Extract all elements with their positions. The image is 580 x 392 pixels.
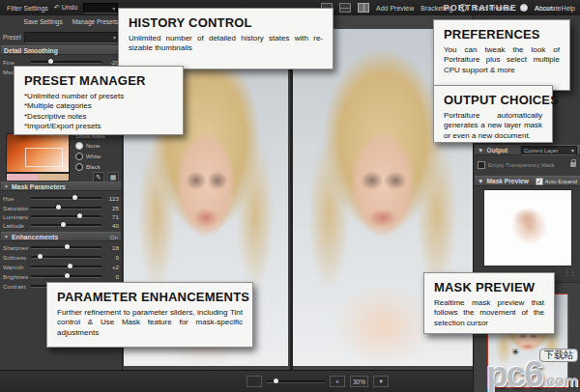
- zoom-level-value[interactable]: 30%: [350, 376, 368, 387]
- lock-icon: [570, 162, 576, 167]
- brightness-slider[interactable]: [31, 275, 102, 278]
- callout-body: Portraiture automatically generates a ne…: [444, 111, 542, 141]
- mask-preview-header[interactable]: ▼ Mask Preview ✓ Auto Expand: [475, 176, 580, 186]
- fine-slider[interactable]: [31, 61, 102, 64]
- panel-resize-handle[interactable]: ⋮⋮: [564, 269, 575, 277]
- slider-thumb[interactable]: [48, 59, 53, 64]
- slider-label: Sharpness: [3, 244, 28, 251]
- show-mask-black-radio[interactable]: [75, 163, 83, 171]
- callout-title: PRESET MANAGER: [24, 73, 173, 88]
- zoom-dropdown-chevron[interactable]: ▾: [373, 376, 389, 387]
- slider-thumb[interactable]: [68, 264, 72, 268]
- latitude-slider[interactable]: [31, 224, 102, 227]
- slider-value: +2: [104, 264, 119, 270]
- preset-dropdown[interactable]: ▾: [24, 32, 119, 43]
- portraiture-plugin-window: Filter Settings ↶ Undo ▾ Add Preview Bra…: [0, 0, 580, 392]
- show-mask-none-radio[interactable]: [75, 142, 83, 150]
- slider-thumb[interactable]: [56, 205, 61, 210]
- slider-value: 18: [104, 244, 119, 251]
- slider-value: 0: [104, 254, 119, 261]
- slider-value: -20: [104, 59, 119, 66]
- section-title: Mask Parameters: [12, 183, 66, 190]
- enhancements-header[interactable]: ▼ Enhancements On: [1, 232, 121, 241]
- zoom-slider[interactable]: [267, 380, 325, 383]
- luminance-slider[interactable]: [31, 215, 102, 218]
- navigator-icon[interactable]: [246, 376, 262, 387]
- skin-tone-gradient-picker[interactable]: [6, 133, 70, 173]
- mask-parameters-header[interactable]: ▼ Mask Parameters: [1, 182, 121, 191]
- view-split-vertical-icon[interactable]: [358, 3, 369, 13]
- slider-label: Hue: [3, 195, 28, 202]
- mask-preview-image[interactable]: [483, 189, 572, 266]
- slider-thumb[interactable]: [72, 195, 77, 200]
- manage-presets-button[interactable]: Manage Presets: [72, 18, 118, 25]
- add-preview-button[interactable]: Add Preview: [376, 5, 414, 12]
- callout-body: You can tweak the look of Portraiture pl…: [444, 45, 560, 75]
- slider-thumb[interactable]: [65, 244, 70, 249]
- output-target-value: Current Layer: [524, 148, 558, 154]
- callout-mask-preview: MASK PREVIEW Realtime mask preview that …: [423, 272, 555, 334]
- slider-value: 0: [104, 273, 119, 280]
- watermark-suffix: .com: [542, 373, 578, 389]
- watermark-badge: 下载站: [539, 349, 578, 362]
- slider-value: 71: [104, 213, 119, 220]
- zoom-slider-thumb[interactable]: [274, 378, 278, 383]
- section-title: Detail Smoothing: [4, 47, 58, 54]
- hue-slider[interactable]: [31, 197, 102, 200]
- sharpness-slider[interactable]: [31, 246, 102, 249]
- slider-label: Latitude: [3, 222, 28, 229]
- slider-thumb[interactable]: [61, 222, 66, 227]
- save-settings-button[interactable]: Save Settings: [24, 18, 63, 25]
- callout-title: MASK PREVIEW: [434, 280, 544, 294]
- callout-body: Unlimited number of detailed history sta…: [129, 34, 323, 54]
- callout-body: Further refinement to parameter sliders,…: [57, 308, 243, 338]
- triangle-down-icon: ▼: [478, 147, 484, 154]
- slider-thumb[interactable]: [65, 273, 70, 278]
- callout-title: HISTORY CONTROL: [129, 15, 323, 30]
- help-button[interactable]: Help: [562, 5, 575, 12]
- transparency-mask-label: Empty Transparency Mask: [488, 162, 555, 168]
- section-title: Mask Preview: [487, 178, 529, 184]
- output-header[interactable]: ▼ Output Current Layer ▾: [475, 145, 580, 155]
- status-bar: + 30% ▾: [0, 370, 473, 392]
- callout-title: PARAMETER ENHANCEMENTS: [57, 290, 243, 304]
- watermark-logo: pc6: [486, 354, 542, 392]
- slider-label: Fine: [3, 59, 28, 66]
- detail-smoothing-header[interactable]: Detail Smoothing: [1, 45, 121, 55]
- slider-label: Contrast: [3, 283, 28, 290]
- filter-settings-label: Filter Settings: [7, 5, 48, 12]
- tone-range-bar[interactable]: [6, 173, 70, 182]
- watermark: ✳ 下载站 pc6.com: [486, 356, 578, 392]
- radio-label: White: [86, 154, 101, 159]
- radio-label: Black: [86, 164, 101, 170]
- zoom-in-button[interactable]: +: [330, 376, 345, 387]
- callout-history-control: HISTORY CONTROL Unlimited number of deta…: [118, 8, 334, 70]
- callout-preferences: PREFERENCES You can tweak the look of Po…: [433, 19, 570, 91]
- view-split-horizontal-icon[interactable]: [339, 3, 351, 13]
- show-mask-white-radio[interactable]: [75, 153, 83, 160]
- auto-expand-checkbox[interactable]: ✓: [536, 178, 543, 185]
- undo-button[interactable]: ↶ Undo: [54, 4, 78, 12]
- slider-thumb[interactable]: [77, 213, 82, 218]
- slider-value: 40: [104, 222, 119, 229]
- radio-label: None: [86, 143, 100, 149]
- softness-slider[interactable]: [31, 256, 102, 259]
- callout-body: *Unlimited number of presets *Multiple c…: [24, 92, 173, 132]
- section-title: Output: [487, 147, 508, 154]
- callout-title: PREFERENCES: [444, 27, 560, 42]
- saturation-slider[interactable]: [31, 207, 102, 210]
- about-button[interactable]: About: [535, 5, 552, 12]
- enhancements-state[interactable]: On: [110, 234, 118, 240]
- callout-body: Realtime mask preview that follows the m…: [434, 298, 544, 328]
- triangle-down-icon: ▼: [4, 183, 9, 189]
- warmth-slider[interactable]: [31, 266, 102, 268]
- slider-thumb[interactable]: [38, 254, 43, 259]
- slider-label: Brightness: [3, 273, 28, 280]
- transparency-mask-checkbox[interactable]: [478, 161, 485, 169]
- triangle-down-icon: ▼: [4, 234, 9, 239]
- history-state-dropdown[interactable]: ▾: [83, 3, 118, 14]
- slider-label: Saturation: [3, 205, 28, 211]
- callout-parameter-enhancements: PARAMETER ENHANCEMENTS Further refinemen…: [46, 282, 253, 348]
- output-target-dropdown[interactable]: Current Layer ▾: [521, 146, 577, 155]
- triangle-down-icon: ▼: [478, 178, 484, 184]
